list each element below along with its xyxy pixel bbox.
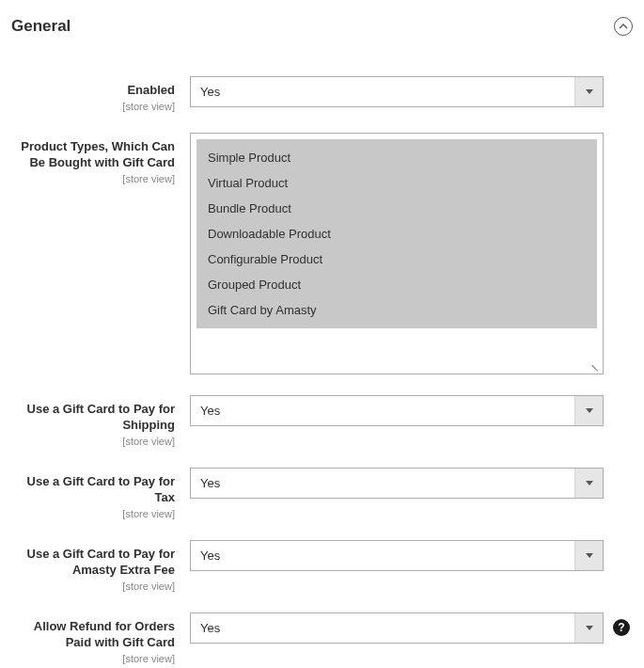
label-text: Use a Gift Card to Pay for Shipping xyxy=(11,401,175,434)
scope-text: [store view] xyxy=(11,581,175,592)
option-item[interactable]: Configurable Product xyxy=(206,247,588,272)
field-label: Use a Gift Card to Pay for Tax [store vi… xyxy=(11,468,190,519)
multiselect-options: Simple Product Virtual Product Bundle Pr… xyxy=(196,139,597,328)
field-control: Yes xyxy=(190,540,633,571)
resize-handle-icon[interactable] xyxy=(589,359,600,371)
option-item[interactable]: Virtual Product xyxy=(206,170,588,196)
scope-text: [store view] xyxy=(11,653,175,664)
field-control: Yes xyxy=(190,76,633,107)
option-item[interactable]: Grouped Product xyxy=(206,272,588,297)
field-label: Use a Gift Card to Pay for Shipping [sto… xyxy=(11,395,190,447)
label-text: Use a Gift Card to Pay for Tax xyxy=(11,473,175,506)
field-control: Yes xyxy=(190,468,633,499)
option-item[interactable]: Gift Card by Amasty xyxy=(206,297,588,323)
field-product-types: Product Types, Which Can Be Bought with … xyxy=(11,133,633,374)
option-item[interactable]: Simple Product xyxy=(206,145,588,170)
field-pay-tax: Use a Gift Card to Pay for Tax [store vi… xyxy=(11,468,633,519)
option-item[interactable]: Downloadable Product xyxy=(206,221,588,247)
scope-text: [store view] xyxy=(11,436,175,447)
field-label: Enabled [store view] xyxy=(11,76,190,112)
field-control: Yes xyxy=(190,395,633,426)
section-title: General xyxy=(11,17,71,36)
select-pay-tax[interactable]: Yes xyxy=(190,468,604,499)
field-label: Product Types, Which Can Be Bought with … xyxy=(11,133,190,184)
label-text: Use a Gift Card to Pay for Amasty Extra … xyxy=(11,546,175,579)
select-pay-extra-fee[interactable]: Yes xyxy=(190,540,604,571)
label-text: Product Types, Which Can Be Bought with … xyxy=(11,138,175,171)
section-header: General xyxy=(11,11,633,54)
form-area: Enabled [store view] Yes Product Types, … xyxy=(11,54,633,668)
collapse-toggle-icon[interactable] xyxy=(614,17,633,36)
select-input[interactable]: Yes xyxy=(190,395,604,426)
scope-text: [store view] xyxy=(11,101,175,112)
multiselect-product-types[interactable]: Simple Product Virtual Product Bundle Pr… xyxy=(190,133,604,374)
field-label: Allow Refund for Orders Paid with Gift C… xyxy=(11,612,190,664)
field-control: Simple Product Virtual Product Bundle Pr… xyxy=(190,133,633,374)
field-label: Use a Gift Card to Pay for Amasty Extra … xyxy=(11,540,190,592)
select-input[interactable]: Yes xyxy=(190,76,604,107)
select-input[interactable]: Yes xyxy=(190,612,604,644)
label-text: Allow Refund for Orders Paid with Gift C… xyxy=(11,618,175,651)
field-pay-extra-fee: Use a Gift Card to Pay for Amasty Extra … xyxy=(11,540,633,592)
option-item[interactable]: Bundle Product xyxy=(206,196,588,221)
field-control: Yes ? xyxy=(190,612,633,644)
field-enabled: Enabled [store view] Yes xyxy=(11,76,633,112)
select-allow-refund[interactable]: Yes xyxy=(190,612,604,644)
select-input[interactable]: Yes xyxy=(190,468,604,499)
help-icon[interactable]: ? xyxy=(613,619,630,636)
label-text: Enabled xyxy=(11,82,175,99)
field-allow-refund: Allow Refund for Orders Paid with Gift C… xyxy=(11,612,633,664)
field-pay-shipping: Use a Gift Card to Pay for Shipping [sto… xyxy=(11,395,633,447)
scope-text: [store view] xyxy=(11,173,175,184)
select-pay-shipping[interactable]: Yes xyxy=(190,395,604,426)
select-enabled[interactable]: Yes xyxy=(190,76,604,107)
scope-text: [store view] xyxy=(11,508,175,519)
select-input[interactable]: Yes xyxy=(190,540,604,571)
